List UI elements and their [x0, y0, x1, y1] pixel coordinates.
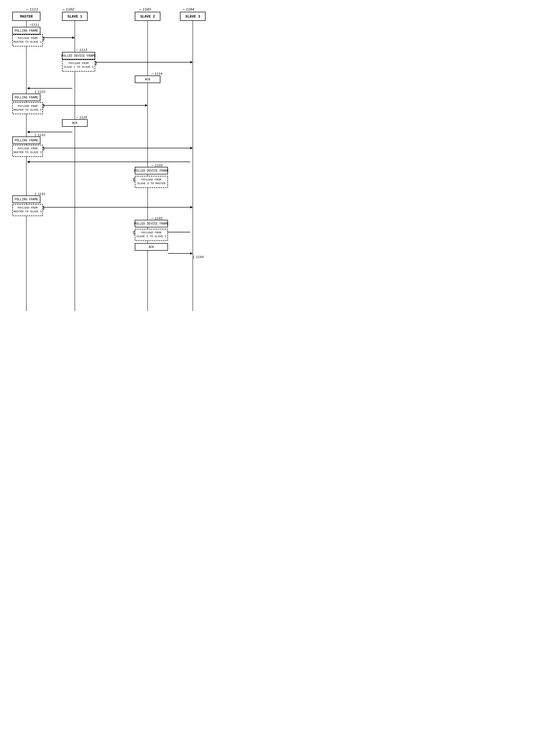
- arrowhead-master-slave2: [145, 104, 148, 107]
- bracket-slave3: ⌐: [183, 8, 185, 12]
- polling-frame-4-label: POLLING FRAME: [15, 198, 38, 201]
- payload-ms3-2-line1: PAYLOAD FROM: [18, 206, 37, 209]
- payload-master-slave2: [13, 102, 43, 114]
- bracket-1121: {: [35, 90, 37, 94]
- bracket-1111: ⌐: [30, 23, 32, 27]
- ref-1144: 1144: [196, 255, 204, 259]
- bracket-1125: ⌐: [76, 116, 78, 120]
- payload-ms3-1-line2: MASTER TO SLAVE 3: [14, 151, 42, 154]
- polled-frame-2-label: POLLED DEVICE FRAME: [134, 169, 169, 173]
- bracket-1133: ⌐: [152, 164, 154, 167]
- payload-ms3-1-line1: PAYLOAD FROM: [18, 147, 37, 150]
- arrowhead-back-master-2: [27, 131, 30, 133]
- payload-ms3-2-line2: MASTER TO SLAVE 3: [14, 210, 42, 213]
- polling-frame-1-label: POLLING FRAME: [15, 29, 38, 33]
- ref-1104: 1104: [186, 8, 194, 12]
- bracket-slave2: ⌐: [139, 8, 141, 12]
- ref-1101: 1111: [30, 8, 38, 12]
- bracket-1114: ⌐: [152, 72, 154, 76]
- arrowhead-ack-slave3: [190, 252, 193, 255]
- arrowhead-back-slave3-master: [27, 161, 30, 163]
- payload-ms2-line1: PAYLOAD FROM: [18, 105, 37, 108]
- payload-s1s3-line2: SLAVE 1 TO SLAVE 3: [64, 66, 94, 69]
- ref-1103: 1103: [143, 8, 151, 12]
- polling-frame-3-label: POLLING FRAME: [15, 139, 38, 142]
- ack-1-label: ACK: [145, 78, 150, 81]
- slave3-label: SLAVE 3: [185, 15, 200, 19]
- ref-1113: 1113: [79, 48, 87, 52]
- bracket-1144: {: [193, 255, 195, 259]
- payload-master-slave1-line1: PAYLOAD FROM: [18, 37, 37, 40]
- arrowhead-master-slave1-1: [72, 36, 75, 39]
- sequence-diagram: 1111 ⌐ 1102 ⌐ 1103 ⌐ 1104 ⌐ MASTER SLAVE…: [5, 5, 221, 311]
- ref-1121: 1121: [38, 90, 45, 94]
- ref-1102: 1102: [66, 8, 74, 12]
- ref-1141: 1141: [38, 192, 45, 196]
- bracket-master: ⌐: [26, 8, 28, 12]
- arrowhead-slave1-slave3: [190, 61, 193, 64]
- polled-frame-3-label: POLLED DEVICE FRAME: [134, 222, 169, 226]
- ack-2-label: ACK: [72, 122, 78, 125]
- bracket-1113: ⌐: [76, 48, 78, 52]
- payload-s3s2-line1: PAYLOAD FROM: [141, 231, 161, 234]
- polled-frame-1-label: POLLED DEVICE FRAME: [61, 54, 96, 58]
- payload-s3s2-line2: SLAVE 3 TO SLAVE 2: [137, 235, 166, 238]
- bracket-1143: ⌐: [152, 217, 154, 220]
- arrowhead-back-master-1: [27, 87, 30, 90]
- payload-s1s3-line1: PAYLOAD FROM: [69, 62, 88, 65]
- bracket-1131: {: [35, 133, 37, 137]
- master-label: MASTER: [20, 15, 33, 19]
- payload-ms2-line2: MASTER TO SLAVE 2: [14, 108, 42, 111]
- diagram-svg: 1111 ⌐ 1102 ⌐ 1103 ⌐ 1104 ⌐ MASTER SLAVE…: [5, 5, 221, 311]
- arrowhead-master-slave3-2: [190, 206, 193, 209]
- bracket-1141: {: [35, 192, 37, 196]
- slave1-label: SLAVE 1: [68, 15, 82, 19]
- ref-1131: 1131: [38, 133, 45, 137]
- payload-s3m-line2: SLAVE 3 TO MASTER: [137, 182, 166, 185]
- ref-1143: 1143: [155, 217, 162, 220]
- polling-frame-2-label: POLLING FRAME: [15, 96, 38, 99]
- ref-1111: 1111: [31, 23, 39, 27]
- ack-3-label: ACK: [149, 246, 154, 249]
- ref-1125: 1125: [79, 116, 87, 120]
- arrowhead-master-slave3-1: [190, 147, 193, 149]
- ref-1114: 1114: [155, 72, 162, 76]
- payload-s3m-line1: PAYLOAD FROM: [141, 178, 161, 181]
- payload-master-slave1-line2: MASTER TO SLAVE 1: [14, 40, 42, 43]
- slave2-label: SLAVE 2: [140, 15, 155, 19]
- ref-1133: 1133: [155, 164, 162, 167]
- bracket-slave1: ⌐: [63, 8, 65, 12]
